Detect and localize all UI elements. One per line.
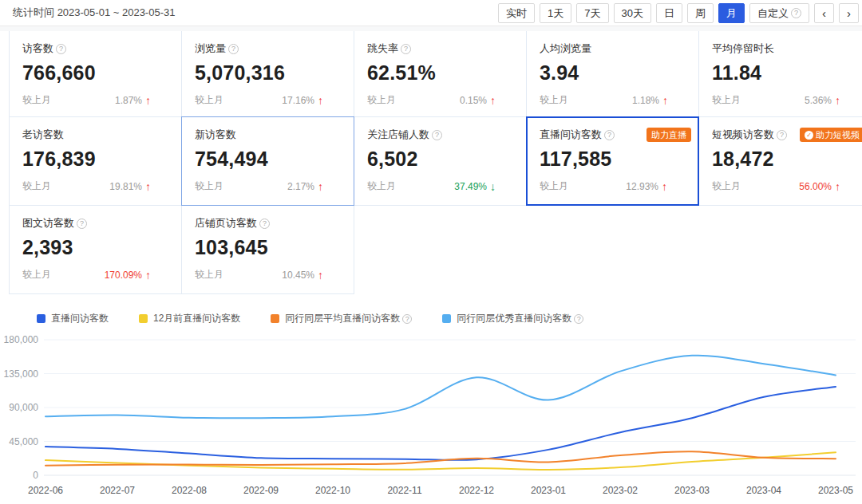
help-icon[interactable]	[259, 219, 270, 229]
delta-percent: 2.17%	[287, 181, 314, 192]
x-axis-tick: 2023-02	[603, 485, 638, 496]
delta-value: 1.18%	[632, 94, 668, 107]
help-icon[interactable]	[432, 130, 442, 140]
card-title-row: 人均浏览量	[540, 41, 698, 56]
legend-swatch	[139, 314, 148, 323]
delta-value: 0.15%	[460, 94, 496, 107]
range-button-自定义[interactable]: 自定义	[749, 3, 809, 23]
arrow-up-icon	[145, 94, 151, 107]
legend-label: 同行同层平均直播间访客数	[285, 312, 400, 325]
range-button-实时[interactable]: 实时	[498, 3, 535, 23]
legend-item-12月前直播间访客数[interactable]: 12月前直播间访客数	[139, 312, 240, 325]
card-delta-row: 较上月170.09%	[22, 268, 181, 282]
delta-value: 17.16%	[282, 94, 323, 107]
delta-value: 19.81%	[109, 180, 151, 193]
delta-percent: 10.45%	[282, 270, 314, 281]
range-button-30天[interactable]: 30天	[614, 3, 651, 23]
help-icon[interactable]	[574, 314, 583, 324]
help-icon[interactable]	[77, 219, 87, 229]
chevron-right-button[interactable]	[839, 3, 859, 23]
help-icon[interactable]	[56, 44, 66, 54]
compare-label: 较上月	[367, 93, 396, 107]
range-button-日[interactable]: 日	[656, 3, 682, 23]
delta-value: 1.87%	[115, 94, 151, 107]
metric-card-平均停留时长[interactable]: 平均停留时长11.84较上月5.36%	[698, 31, 862, 117]
help-icon[interactable]	[777, 130, 787, 140]
legend-item-同行同层优秀直播间访客数[interactable]: 同行同层优秀直播间访客数	[442, 312, 583, 325]
delta-value: 37.49%	[454, 180, 496, 193]
card-delta-row: 较上月56.00%	[712, 179, 862, 193]
card-title-row: 新访客数	[195, 128, 354, 142]
card-title: 图文访客数	[22, 216, 74, 230]
series-line-直播间访客数	[45, 387, 836, 460]
card-value: 6,502	[367, 148, 526, 171]
badge-label: 助力短视频	[816, 128, 860, 142]
card-title: 短视频访客数	[712, 128, 774, 142]
compare-label: 较上月	[712, 179, 741, 193]
card-title-row: 老访客数	[22, 128, 181, 142]
delta-value: 10.45%	[282, 269, 323, 282]
badge-label: 助力直播	[651, 128, 686, 142]
metric-card-关注店铺人数[interactable]: 关注店铺人数6,502较上月37.49%	[354, 116, 527, 206]
arrow-up-icon	[145, 180, 151, 193]
metric-card-直播间访客数[interactable]: 直播间访客数助力直播117,585较上月12.93%	[526, 116, 699, 206]
metric-card-浏览量[interactable]: 浏览量5,070,316较上月17.16%	[181, 31, 354, 117]
card-title-row: 访客数	[22, 41, 181, 56]
card-title-row: 直播间访客数助力直播	[540, 128, 698, 142]
range-button-1天[interactable]: 1天	[540, 3, 571, 23]
legend-item-直播间访客数[interactable]: 直播间访客数	[37, 312, 109, 325]
card-value: 2,393	[22, 236, 181, 259]
metric-card-图文访客数[interactable]: 图文访客数2,393较上月170.09%	[9, 205, 182, 294]
metric-card-人均浏览量[interactable]: 人均浏览量3.94较上月1.18%	[526, 31, 699, 117]
card-value: 11.84	[712, 61, 862, 85]
x-axis-tick: 2022-06	[28, 485, 63, 496]
metric-card-老访客数[interactable]: 老访客数176,839较上月19.81%	[9, 116, 182, 206]
visitors-trend-chart: 045,00090,000135,000180,0002022-062022-0…	[0, 329, 862, 504]
range-button-周[interactable]: 周	[687, 3, 714, 23]
delta-value: 2.17%	[287, 180, 323, 193]
stat-time: 统计时间 2023-05-01 ~ 2023-05-31	[13, 6, 175, 20]
x-axis-tick: 2023-01	[531, 485, 566, 496]
help-icon[interactable]	[228, 44, 239, 54]
card-delta-row: 较上月2.17%	[195, 179, 354, 193]
card-title: 访客数	[22, 41, 53, 56]
help-icon[interactable]	[402, 314, 412, 324]
card-title-row: 浏览量	[195, 41, 354, 56]
arrow-up-icon	[318, 94, 323, 107]
card-title-row: 店铺页访客数	[195, 216, 354, 230]
delta-value: 56.00%	[799, 180, 840, 193]
card-value: 3.94	[540, 61, 698, 85]
arrow-up-icon	[490, 94, 496, 107]
x-axis-tick: 2022-10	[315, 485, 350, 496]
metric-card-短视频访客数[interactable]: 短视频访客数助力短视频18,472较上月56.00%	[698, 116, 862, 206]
help-icon[interactable]	[604, 130, 615, 140]
range-button-7天[interactable]: 7天	[576, 3, 608, 23]
card-title-row: 平均停留时长	[712, 41, 862, 56]
delta-percent: 19.81%	[109, 181, 142, 192]
legend-label: 直播间访客数	[51, 312, 109, 325]
x-axis-tick: 2022-11	[387, 485, 421, 496]
help-icon[interactable]	[401, 44, 411, 54]
x-axis-tick: 2022-09	[243, 485, 279, 496]
metric-card-店铺页访客数[interactable]: 店铺页访客数103,645较上月10.45%	[181, 205, 354, 294]
card-title: 店铺页访客数	[195, 216, 257, 230]
legend-label: 12月前直播间访客数	[153, 312, 240, 325]
legend-swatch	[37, 314, 45, 323]
range-button-月[interactable]: 月	[718, 3, 745, 23]
chevron-left-button[interactable]	[814, 3, 834, 23]
chart-legend: 直播间访客数12月前直播间访客数同行同层平均直播间访客数同行同层优秀直播间访客数	[37, 312, 862, 325]
metric-card-跳失率[interactable]: 跳失率62.51%较上月0.15%	[354, 31, 527, 117]
arrow-up-icon	[145, 269, 151, 282]
delta-percent: 12.93%	[626, 181, 658, 192]
metric-card-新访客数[interactable]: 新访客数754,494较上月2.17%	[181, 116, 354, 206]
card-title: 人均浏览量	[540, 41, 591, 56]
card-title: 平均停留时长	[712, 41, 774, 56]
compare-label: 较上月	[22, 179, 51, 193]
boost-badge[interactable]: 助力短视频	[800, 128, 862, 142]
arrow-up-icon	[662, 94, 668, 107]
legend-item-同行同层平均直播间访客数[interactable]: 同行同层平均直播间访客数	[271, 312, 412, 325]
boost-badge[interactable]: 助力直播	[646, 128, 691, 142]
card-delta-row: 较上月10.45%	[195, 268, 354, 282]
metric-card-访客数[interactable]: 访客数766,660较上月1.87%	[9, 31, 182, 117]
compare-label: 较上月	[540, 93, 568, 107]
